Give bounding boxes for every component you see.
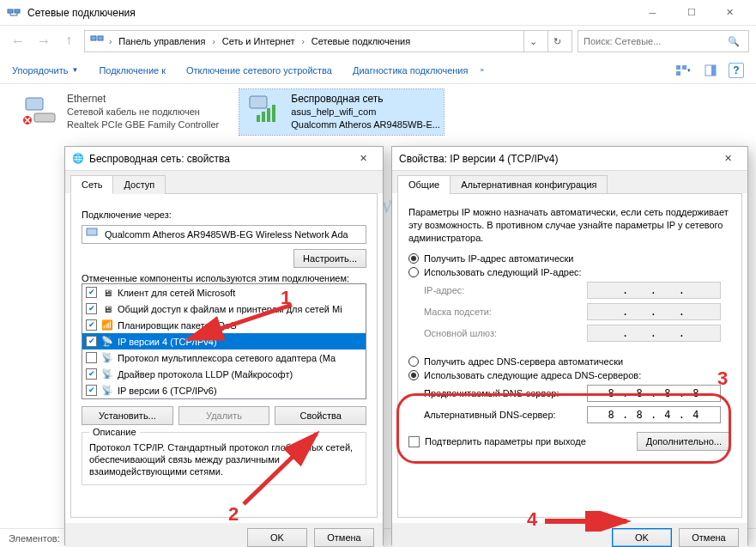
nav-forward-button: 🡒 (33, 31, 53, 52)
toolbar-organize[interactable]: Упорядочить ▼ (12, 65, 78, 76)
close-button[interactable]: ✕ (711, 0, 749, 25)
dialog2-close-button[interactable]: ✕ (715, 148, 741, 170)
toolbar-connect[interactable]: Подключение к (99, 65, 166, 76)
crumb-network-internet[interactable]: Сеть и Интернет (221, 36, 297, 46)
radio[interactable] (408, 370, 419, 380)
gateway-label: Основной шлюз: (424, 328, 587, 338)
dialog1-title: Беспроводная сеть: свойства (89, 153, 350, 165)
radio-manual-ip[interactable]: Использовать следующий IP-адрес: (408, 267, 731, 277)
checkbox[interactable] (86, 352, 97, 363)
dns1-input[interactable]: 8 . 8 . 8 . 8 (587, 385, 721, 402)
adapter-ethernet[interactable]: Ethernet Сетевой кабель не подключен Rea… (15, 89, 222, 135)
configure-button[interactable]: Настроить... (293, 249, 366, 268)
adapter-ethernet-name: Ethernet (67, 93, 219, 106)
mask-label: Маска подсети: (424, 307, 587, 317)
svg-rect-1 (15, 9, 20, 13)
svg-rect-15 (267, 108, 270, 122)
toolbar-view-dropdown[interactable]: ▾ (674, 61, 692, 80)
annotation-oval (396, 393, 731, 464)
dialog1-tabs: Сеть Доступ (65, 171, 383, 193)
toolbar-disable[interactable]: Отключение сетевого устройства (186, 65, 332, 76)
search-box[interactable]: Поиск: Сетевые... 🔍 (578, 30, 749, 52)
checkbox[interactable] (86, 336, 97, 347)
list-item[interactable]: 📡Протокол мультиплексора сетевого адапте… (82, 349, 366, 366)
list-item[interactable]: 🖥Клиент для сетей Microsoft (82, 284, 366, 301)
search-icon: 🔍 (728, 36, 740, 47)
remove-button: Удалить (178, 406, 270, 425)
connection-through-label: Подключение через: (82, 210, 366, 220)
toolbar-help-button[interactable]: ? (729, 63, 744, 78)
dialog2-cancel-button[interactable]: Отмена (679, 528, 739, 547)
properties-button[interactable]: Свойства (275, 406, 366, 425)
share-icon: 🖥 (100, 302, 114, 316)
nav-up-button[interactable]: 🡑 (58, 31, 79, 52)
annotation-number-3: 3 (717, 368, 728, 390)
dialog1-close-button[interactable]: ✕ (350, 148, 376, 170)
svg-rect-6 (676, 71, 680, 76)
toolbar-preview-pane[interactable] (701, 61, 720, 80)
annotation-number-4: 4 (527, 508, 537, 531)
address-dropdown[interactable]: ⌄ (523, 31, 542, 52)
svg-rect-3 (98, 36, 103, 40)
dialog2-ok-button[interactable]: OK (612, 528, 672, 547)
dns2-input[interactable]: 8 . 8 . 4 . 4 (587, 406, 721, 423)
radio-auto-dns[interactable]: Получить адрес DNS-сервера автоматически (408, 356, 731, 367)
radio[interactable] (408, 356, 419, 367)
radio[interactable] (408, 267, 419, 277)
gateway-input: . . . (587, 325, 721, 342)
dialog1-cancel-button[interactable]: Отмена (314, 528, 374, 547)
tab-access[interactable]: Доступ (112, 175, 166, 194)
component-list[interactable]: 🖥Клиент для сетей Microsoft 🖥Общий досту… (82, 283, 366, 399)
install-button[interactable]: Установить... (82, 406, 173, 425)
list-item[interactable]: 📡Драйвер протокола LLDP (Майкрософт) (82, 366, 366, 382)
annotation-number-1: 1 (281, 287, 291, 309)
checkbox[interactable] (408, 436, 420, 447)
radio-manual-dns[interactable]: Использовать следующие адреса DNS-сервер… (408, 370, 731, 380)
status-count-label: Элементов: (9, 533, 60, 544)
checkbox[interactable] (86, 368, 97, 380)
tab-general[interactable]: Общие (397, 175, 451, 194)
adapter-wifi[interactable]: Беспроводная сеть asus_help_wifi_com Qua… (239, 89, 444, 135)
list-item[interactable]: 🖥Общий доступ к файлам и принтерам для с… (82, 301, 366, 317)
list-item-ipv4[interactable]: 📡IP версии 4 (TCP/IPv4) (82, 333, 366, 349)
radio[interactable] (408, 253, 419, 264)
address-refresh[interactable]: ↻ (547, 31, 566, 52)
tab-alternate[interactable]: Альтернативная конфигурация (450, 175, 608, 194)
minimize-button[interactable]: ─ (633, 0, 672, 25)
dialog2-title: Свойства: IP версии 4 (TCP/IPv4) (399, 153, 715, 165)
svg-rect-10 (34, 113, 55, 122)
ip-label: IP-адрес: (424, 285, 587, 295)
advanced-button[interactable]: Дополнительно... (637, 432, 731, 451)
nav-back-button[interactable]: 🡐 (7, 31, 27, 52)
search-placeholder: Поиск: Сетевые... (584, 36, 728, 46)
tab-network[interactable]: Сеть (70, 175, 113, 194)
protocol-icon: 📡 (100, 351, 114, 365)
checkbox[interactable] (86, 319, 97, 331)
checkbox[interactable] (86, 385, 97, 396)
svg-rect-14 (262, 112, 265, 122)
description-group: Описание Протокол TCP/IP. Стандартный пр… (82, 432, 366, 485)
svg-rect-2 (91, 36, 96, 40)
dns2-label: Альтернативный DNS-сервер: (424, 410, 587, 420)
crumb-control-panel[interactable]: Панель управления (117, 36, 207, 46)
toolbar-diagnose[interactable]: Диагностика подключения » (353, 65, 484, 76)
adapter-wifi-device: Qualcomm Atheros AR9485WB-E... (291, 119, 440, 131)
checkbox[interactable] (86, 303, 97, 314)
list-item[interactable]: 📡IP версии 6 (TCP/IPv6) (82, 382, 366, 398)
radio-auto-ip[interactable]: Получить IP-адрес автоматически (408, 253, 731, 264)
crumb-network-connections[interactable]: Сетевые подключения (310, 36, 412, 46)
dialog1-ok-button[interactable]: OK (247, 528, 307, 547)
validate-on-exit[interactable]: Подтверлить параметры при выходе Дополни… (408, 432, 731, 451)
qos-icon: 📶 (100, 319, 114, 332)
maximize-button[interactable]: ☐ (672, 0, 711, 25)
window-titlebar: Сетевые подключения ─ ☐ ✕ (0, 0, 756, 26)
breadcrumb-bar[interactable]: › Панель управления › Сеть и Интернет › … (84, 30, 572, 52)
svg-rect-16 (272, 105, 275, 122)
command-toolbar: Упорядочить ▼ Подключение к Отключение с… (0, 57, 756, 84)
svg-rect-13 (257, 115, 260, 122)
ip-input: . . . (587, 282, 721, 299)
checkbox[interactable] (86, 287, 97, 298)
wifi-icon (243, 93, 284, 127)
list-item[interactable]: 📶Планировщик пакетов QoS (82, 317, 366, 333)
protocol-icon: 📡 (100, 335, 114, 349)
